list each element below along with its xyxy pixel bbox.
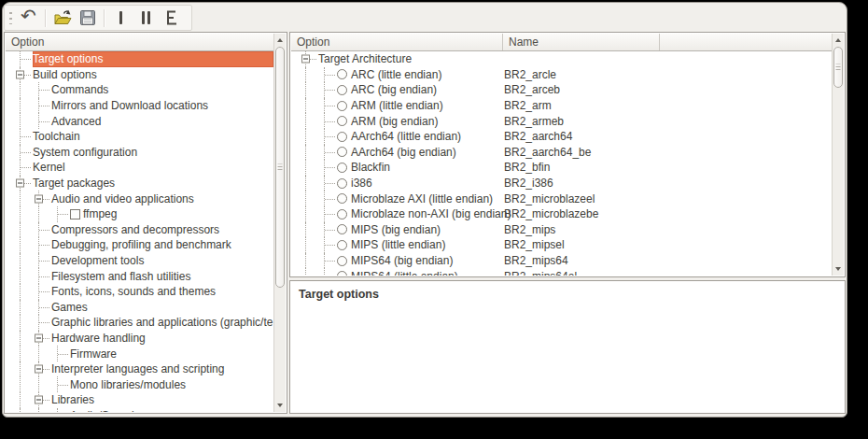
radio-button[interactable] bbox=[337, 178, 347, 189]
menu-tree-row[interactable]: Compressors and decompressors bbox=[6, 222, 273, 238]
collapse-expander-icon[interactable] bbox=[35, 396, 43, 404]
scrollbar-thumb[interactable] bbox=[833, 47, 843, 88]
row-content: Commands bbox=[51, 82, 273, 98]
radio-button[interactable] bbox=[337, 224, 347, 234]
collapse-expander-icon[interactable] bbox=[301, 55, 310, 64]
tree-branch-line bbox=[324, 67, 337, 83]
item-label: Microblaze AXI (little endian) bbox=[351, 192, 497, 205]
menu-tree-row[interactable]: Firmware bbox=[6, 346, 273, 361]
menu-tree-row[interactable]: Advanced bbox=[6, 113, 273, 129]
arch-option-row[interactable]: MIPS (big endian)BR2_mips bbox=[291, 222, 832, 238]
arch-option-row[interactable]: ARC (big endian)BR2_arceb bbox=[291, 82, 832, 98]
menu-tree-row[interactable]: Development tools bbox=[6, 253, 273, 269]
tree-branch-line bbox=[324, 206, 337, 222]
radio-button[interactable] bbox=[337, 132, 347, 142]
tree-guide-line bbox=[305, 268, 324, 276]
arch-option-row[interactable]: AArch64 (big endian)BR2_aarch64_be bbox=[291, 145, 832, 161]
tree-branch-line bbox=[324, 176, 337, 191]
open-file-button[interactable] bbox=[49, 7, 75, 29]
arch-option-row[interactable]: BlackfinBR2_bfin bbox=[291, 160, 832, 176]
menu-tree-row[interactable]: Commands bbox=[6, 82, 273, 98]
collapse-expander-icon[interactable] bbox=[35, 365, 43, 374]
menu-tree-row[interactable]: Fonts, icons, sounds and themes bbox=[6, 284, 273, 300]
radio-button[interactable] bbox=[337, 116, 347, 126]
collapse-expander-icon[interactable] bbox=[16, 70, 24, 78]
option-column-header[interactable]: Option bbox=[291, 34, 503, 50]
row-content: Target options bbox=[33, 51, 273, 67]
tree-branch-line bbox=[38, 315, 51, 331]
right-vertical-scrollbar[interactable] bbox=[832, 34, 844, 276]
radio-button[interactable] bbox=[337, 271, 347, 276]
menu-tree-row[interactable]: Hardware handling bbox=[6, 331, 273, 347]
save-button[interactable] bbox=[75, 7, 100, 29]
item-label: Interpreter languages and scripting bbox=[51, 362, 228, 375]
arch-option-row[interactable]: Target Architecture bbox=[291, 51, 832, 67]
radio-button[interactable] bbox=[337, 209, 347, 220]
radio-button[interactable] bbox=[337, 69, 347, 79]
split-view-button[interactable] bbox=[133, 7, 159, 29]
menu-tree-row[interactable]: ffmpeg bbox=[6, 206, 273, 222]
toolbar-grip-handle[interactable] bbox=[9, 12, 12, 24]
menu-tree-row[interactable]: Audio and video applications bbox=[6, 191, 273, 206]
menu-tree-row[interactable]: Games bbox=[6, 300, 273, 316]
menu-tree-row[interactable]: Target options bbox=[6, 51, 273, 67]
full-view-button[interactable] bbox=[159, 7, 184, 29]
collapse-expander-icon[interactable] bbox=[35, 333, 43, 342]
menu-tree-row[interactable]: Target packages bbox=[6, 176, 273, 191]
checkbox[interactable] bbox=[70, 209, 80, 220]
scrollbar-thumb[interactable] bbox=[275, 47, 285, 288]
row-content: Build options bbox=[33, 67, 273, 83]
single-view-button[interactable] bbox=[108, 7, 133, 29]
radio-button[interactable] bbox=[337, 193, 347, 204]
menu-tree-row[interactable]: System configuration bbox=[6, 145, 273, 161]
radio-button[interactable] bbox=[337, 240, 347, 250]
collapse-expander-icon[interactable] bbox=[35, 194, 43, 203]
collapse-expander-icon[interactable] bbox=[16, 179, 24, 188]
menu-tree-row[interactable]: Kernel bbox=[6, 160, 273, 176]
arch-option-row[interactable]: ARM (big endian)BR2_armeb bbox=[291, 113, 832, 129]
radio-button[interactable] bbox=[337, 85, 347, 95]
name-column-header[interactable]: Name bbox=[503, 34, 660, 50]
arch-option-row[interactable]: MIPS64 (big endian)BR2_mips64 bbox=[291, 253, 832, 269]
arch-option-row[interactable]: AArch64 (little endian)BR2_aarch64 bbox=[291, 129, 832, 145]
arch-option-row[interactable]: MIPS64 (little endian)BR2_mips64el bbox=[291, 268, 832, 276]
option-column-header[interactable]: Option bbox=[6, 34, 273, 50]
arch-option-row[interactable]: Microblaze AXI (little endian)BR2_microb… bbox=[291, 191, 832, 206]
tree-guide-line bbox=[305, 160, 324, 176]
menu-tree-row[interactable]: Graphic libraries and applications (grap… bbox=[6, 315, 273, 331]
radio-button[interactable] bbox=[337, 147, 347, 157]
row-content: Interpreter languages and scripting bbox=[51, 361, 273, 377]
menu-tree-row[interactable]: Toolchain bbox=[6, 129, 273, 145]
menu-tree-row[interactable]: Libraries bbox=[6, 392, 273, 408]
menu-tree-row[interactable]: Filesystem and flash utilities bbox=[6, 268, 273, 284]
left-column-header[interactable]: Option bbox=[6, 34, 273, 51]
item-label: Libraries bbox=[51, 393, 98, 406]
menu-tree: Target optionsBuild optionsCommandsMirro… bbox=[6, 51, 273, 412]
arch-option-row[interactable]: Microblaze non-AXI (big endian)BR2_micro… bbox=[291, 206, 832, 222]
radio-button[interactable] bbox=[337, 163, 347, 173]
right-column-header[interactable]: Option Name bbox=[291, 34, 832, 51]
scroll-up-icon[interactable] bbox=[835, 38, 841, 42]
menu-tree-row[interactable]: Build options bbox=[6, 67, 273, 83]
radio-button[interactable] bbox=[337, 256, 347, 266]
scroll-up-icon[interactable] bbox=[277, 38, 283, 42]
menu-tree-row[interactable]: Audio/Sound bbox=[6, 408, 273, 412]
menu-tree-row[interactable]: Interpreter languages and scripting bbox=[6, 361, 273, 377]
menu-tree-row[interactable]: Mono libraries/modules bbox=[6, 376, 273, 392]
arch-option-row[interactable]: ARM (little endian)BR2_arm bbox=[291, 98, 832, 114]
menu-tree-row[interactable]: Mirrors and Download locations bbox=[6, 98, 273, 114]
scroll-down-icon[interactable] bbox=[835, 267, 841, 271]
item-label: Compressors and decompressors bbox=[51, 223, 223, 236]
arch-option-row[interactable]: i386BR2_i386 bbox=[291, 176, 832, 191]
tree-guide-line bbox=[20, 268, 38, 284]
menu-tree-row[interactable]: Debugging, profiling and benchmark bbox=[6, 237, 273, 253]
item-label: Games bbox=[51, 301, 91, 314]
arch-option-row[interactable]: MIPS (little endian)BR2_mipsel bbox=[291, 237, 832, 253]
radio-button[interactable] bbox=[337, 101, 347, 111]
tree-guide-line bbox=[38, 206, 57, 222]
left-vertical-scrollbar[interactable] bbox=[273, 34, 286, 412]
tree-guide-line bbox=[305, 145, 324, 161]
scroll-down-icon[interactable] bbox=[277, 404, 283, 407]
arch-option-row[interactable]: ARC (little endian)BR2_arcle bbox=[291, 67, 832, 83]
undo-button[interactable]: ↶ bbox=[16, 7, 41, 29]
